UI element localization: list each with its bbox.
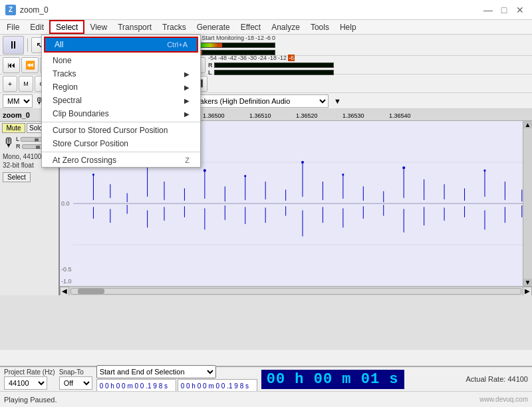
dropdown-store-cursor[interactable]: Store Cursor Position xyxy=(42,137,200,150)
actual-rate: Actual Rate: 44100 xyxy=(466,375,528,383)
hscrollbar[interactable]: ◀ ▶ xyxy=(60,286,532,295)
vscrollbar[interactable]: ▲ ▼ xyxy=(523,121,532,286)
new-track-button[interactable]: + xyxy=(3,76,17,92)
pause-button[interactable]: ⏸ xyxy=(3,36,24,55)
dropdown-clip-boundaries[interactable]: Clip Boundaries ▶ xyxy=(42,107,200,120)
y-label-mid: 0.0 xyxy=(61,200,70,207)
vscroll-down[interactable]: ▼ xyxy=(523,279,532,286)
tracks-label: Tracks xyxy=(53,69,76,78)
clip-boundaries-label: Clip Boundaries xyxy=(53,109,109,118)
dropdown-all[interactable]: All Ctrl+A xyxy=(45,38,197,51)
region-label: Region xyxy=(53,82,78,92)
all-label: All xyxy=(55,40,63,49)
hscroll-left[interactable]: ◀ xyxy=(60,287,69,296)
snap-to-label: Snap-To xyxy=(59,368,84,376)
stereo-mono-button[interactable]: M xyxy=(19,76,33,92)
empty-area xyxy=(0,295,532,350)
selection-type-select[interactable]: Start and End of Selection xyxy=(96,365,216,378)
skip-start-button[interactable]: ⏮ xyxy=(3,57,20,73)
titlebar-left: Z zoom_0 xyxy=(5,5,49,15)
dropdown-region[interactable]: Region ▶ xyxy=(42,80,200,94)
hscroll-right[interactable]: ▶ xyxy=(523,287,532,296)
track-name: zoom_0 xyxy=(3,111,30,119)
snap-to-select[interactable]: Off xyxy=(59,376,92,390)
output-device-select[interactable]: Speakers (High Definition Audio xyxy=(182,94,329,108)
playback-L: R xyxy=(208,62,213,68)
menu-view[interactable]: View xyxy=(84,20,112,34)
snap-to-area: Snap-To Off xyxy=(59,368,92,390)
host-select[interactable]: MME xyxy=(3,94,33,108)
svg-point-51 xyxy=(203,169,206,172)
menu-transport[interactable]: Transport xyxy=(112,20,157,34)
project-rate-area: Project Rate (Hz) 44100 xyxy=(4,368,55,390)
all-item-wrapper: All Ctrl+A xyxy=(44,37,198,53)
menu-help[interactable]: Help xyxy=(334,20,362,34)
ruler-tick-6: 1.36520 xyxy=(296,112,318,119)
clip-boundaries-arrow: ▶ xyxy=(184,110,190,118)
ruler-tick-5: 1.36510 xyxy=(249,112,271,119)
mute-button[interactable]: Mute xyxy=(2,123,25,133)
menu-effect[interactable]: Effect xyxy=(235,20,266,34)
rewind-button[interactable]: ⏪ xyxy=(21,57,39,73)
y-label-neg-half: -0.5 xyxy=(61,266,72,273)
playback-bar-L xyxy=(214,63,334,68)
menu-tools[interactable]: Tools xyxy=(305,20,334,34)
select-button[interactable]: Select xyxy=(3,172,31,182)
playback-R: L xyxy=(208,69,213,76)
svg-point-57 xyxy=(483,170,485,172)
window-title: zoom_0 xyxy=(20,5,49,15)
spectral-arrow: ▶ xyxy=(184,97,190,104)
dropdown-sep-2 xyxy=(42,152,200,152)
vscroll-thumb[interactable] xyxy=(523,128,532,279)
project-rate-select[interactable]: 44100 xyxy=(4,376,47,390)
toolbar-sep-1 xyxy=(27,39,28,52)
tracks-arrow: ▶ xyxy=(184,70,190,78)
gain-R-label: R xyxy=(16,143,21,150)
svg-point-52 xyxy=(301,161,304,164)
hscroll-thumb[interactable] xyxy=(78,289,104,294)
titlebar: Z zoom_0 — □ ✕ xyxy=(0,0,532,20)
playing-status: Playing Paused. xyxy=(4,396,57,404)
menu-file[interactable]: File xyxy=(1,20,25,34)
store-cursor-label: Store Cursor Position xyxy=(53,139,128,148)
playback-meter-area: -54 -48 -42 -36 -30 -24 -18 -12 -6 R L xyxy=(207,54,335,76)
close-button[interactable]: ✕ xyxy=(513,3,527,17)
menu-analyze[interactable]: Analyze xyxy=(266,20,305,34)
spectral-label: Spectral xyxy=(53,96,82,105)
watermark: www.devuq.com xyxy=(479,396,528,403)
svg-point-54 xyxy=(92,174,94,176)
menu-tracks[interactable]: Tracks xyxy=(157,20,192,34)
vscroll-up[interactable]: ▲ xyxy=(523,121,532,128)
app-icon: Z xyxy=(5,5,16,15)
window-controls: — □ ✕ xyxy=(481,3,527,17)
dropdown-menu: All Ctrl+A None Tracks ▶ Region ▶ Spectr… xyxy=(41,35,201,168)
dropdown-none[interactable]: None xyxy=(42,54,200,67)
minimize-button[interactable]: — xyxy=(481,3,495,17)
maximize-button[interactable]: □ xyxy=(497,3,511,17)
project-rate-label: Project Rate (Hz) xyxy=(4,368,55,376)
hscroll-track[interactable] xyxy=(70,288,521,295)
menu-select[interactable]: Select xyxy=(49,20,84,34)
dropdown-at-zero[interactable]: At Zero Crossings Z xyxy=(42,154,200,167)
menu-edit[interactable]: Edit xyxy=(25,20,49,34)
at-zero-label: At Zero Crossings xyxy=(53,156,116,165)
dropdown-spectral[interactable]: Spectral ▶ xyxy=(42,94,200,107)
menubar: File Edit Select View Transport Tracks G… xyxy=(0,20,532,35)
cursor-to-stored-label: Cursor to Stored Cursor Position xyxy=(53,126,168,135)
bottombar: Playing Paused. www.devuq.com xyxy=(0,391,532,407)
ruler-tick-4: 1.36500 xyxy=(203,112,225,119)
all-shortcut: Ctrl+A xyxy=(167,41,188,49)
statusbar: Project Rate (Hz) 44100 Snap-To Off Star… xyxy=(0,366,532,391)
playback-row-R: L xyxy=(208,69,334,76)
selection-area: Start and End of Selection xyxy=(96,365,257,394)
dropdown-cursor-to-stored[interactable]: Cursor to Stored Cursor Position xyxy=(42,124,200,137)
playback-bar-R xyxy=(214,70,334,75)
device-expand-icon: ▼ xyxy=(334,97,341,105)
y-label-bot: -1.0 xyxy=(61,278,72,285)
at-zero-shortcut: Z xyxy=(185,156,190,164)
svg-point-55 xyxy=(244,175,246,177)
menu-generate[interactable]: Generate xyxy=(192,20,235,34)
dropdown-tracks[interactable]: Tracks ▶ xyxy=(42,67,200,80)
gain-L-label: L xyxy=(16,136,19,142)
track-mic-icon: 🎙 xyxy=(3,136,15,150)
